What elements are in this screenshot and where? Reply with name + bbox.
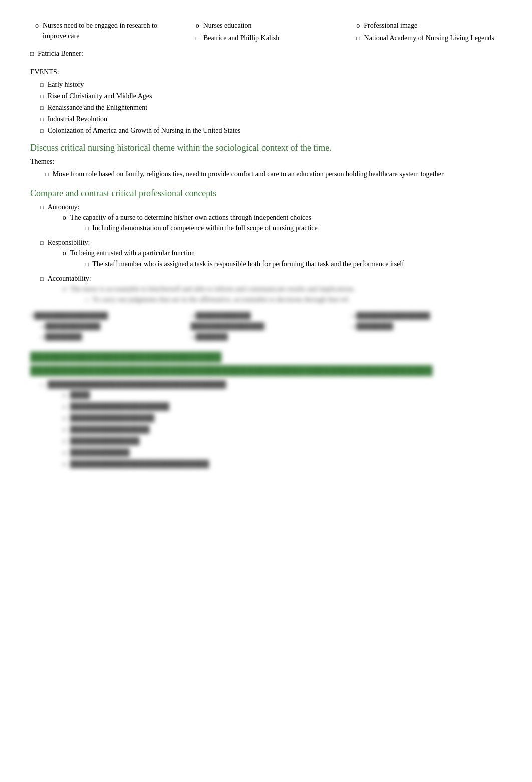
blurred-section3: ██████████████████████████████ █████████…	[30, 350, 502, 470]
responsibility-sub-sub-1: The staff member who is assigned a task …	[85, 258, 502, 269]
patricia-line: Patricia Benner:	[30, 48, 502, 59]
accountability-sub-sub: To carry out judgments that are in the a…	[70, 294, 502, 305]
responsibility-content: Responsibility: To being entrusted with …	[48, 237, 502, 271]
section2-list: Autonomy: The capacity of a nurse to det…	[30, 202, 502, 307]
event-item-3: Renaissance and the Enlightenment	[40, 102, 502, 113]
autonomy-sub-sub: Including demonstration of competence wi…	[70, 223, 502, 233]
col1-bullets: Nurses need to be engaged in research to…	[35, 20, 176, 41]
event-item-1: Early history	[40, 79, 502, 90]
autonomy-sub-sub-1: Including demonstration of competence wi…	[85, 223, 502, 233]
top-columns: Nurses need to be engaged in research to…	[30, 20, 502, 44]
accountability-sub: The nurse is accountable to him/herself …	[48, 284, 502, 306]
patricia-benner-item: Patricia Benner:	[30, 48, 502, 59]
autonomy-content: Autonomy: The capacity of a nurse to det…	[48, 202, 502, 235]
autonomy-sub: The capacity of a nurse to determine his…	[48, 212, 502, 234]
themes-list: Move from role based on family, religiou…	[30, 169, 502, 179]
accountability-item: Accountability: The nurse is accountable…	[40, 273, 502, 307]
blurred-section3-heading: ██████████████████████████████ █████████…	[30, 350, 502, 377]
responsibility-sub-sub: The staff member who is assigned a task …	[70, 258, 502, 269]
col2-bullets: Nurses education	[196, 20, 337, 31]
col3-bullet-1: Professional image	[356, 20, 497, 31]
section2-heading: Compare and contrast critical profession…	[30, 187, 502, 200]
accountability-sub-sub-1: To carry out judgments that are in the a…	[85, 294, 502, 305]
blurred-col-2: o ████████████ ████████████████ o ██████…	[191, 311, 342, 342]
event-item-5: Colonization of America and Growth of Nu…	[40, 125, 502, 136]
event-item-4: Industrial Revolution	[40, 114, 502, 124]
section2: Compare and contrast critical profession…	[30, 187, 502, 307]
col3-sq: National Academy of Nursing Living Legen…	[356, 33, 497, 43]
responsibility-sub-1: To being entrusted with a particular fun…	[63, 248, 502, 270]
accountability-content: Accountability: The nurse is accountable…	[48, 273, 502, 307]
blurred-section3-list: ████████████████████████████████████ ███…	[30, 379, 502, 470]
events-list: Early history Rise of Christianity and M…	[30, 79, 502, 136]
col1-bullet-1: Nurses need to be engaged in research to…	[35, 20, 176, 41]
blurred-s3-item: ████████████████████████████████████ ███…	[40, 379, 502, 470]
responsibility-sub: To being entrusted with a particular fun…	[48, 248, 502, 270]
col3-bullets: Professional image	[356, 20, 497, 31]
responsibility-item: Responsibility: To being entrusted with …	[40, 237, 502, 271]
col3-sq-1: National Academy of Nursing Living Legen…	[356, 33, 497, 43]
col-1: Nurses need to be engaged in research to…	[30, 20, 181, 44]
blurred-col-1: ▪ ████████████████ o ████████████ o ████…	[30, 311, 181, 342]
events-label: EVENTS:	[30, 67, 502, 77]
accountability-sub-1: The nurse is accountable to him/herself …	[63, 284, 502, 306]
page-content: Nurses need to be engaged in research to…	[30, 20, 502, 470]
event-item-2: Rise of Christianity and Middle Ages	[40, 91, 502, 101]
blurred-bottom-cols: ▪ ████████████████ o ████████████ o ████…	[30, 311, 502, 342]
col2-sq-1: Beatrice and Phillip Kalish	[196, 33, 337, 43]
autonomy-item: Autonomy: The capacity of a nurse to det…	[40, 202, 502, 235]
autonomy-sub-1: The capacity of a nurse to determine his…	[63, 212, 502, 234]
theme-item-1: Move from role based on family, religiou…	[45, 169, 502, 179]
col-3: Professional image National Academy of N…	[351, 20, 502, 44]
col2-bullet-1: Nurses education	[196, 20, 337, 31]
themes-label: Themes:	[30, 156, 502, 167]
section1: Discuss critical nursing historical them…	[30, 142, 502, 179]
col2-sq: Beatrice and Phillip Kalish	[196, 33, 337, 43]
blurred-col-3: o ████████████████ o ████████	[351, 311, 502, 342]
events-section: EVENTS: Early history Rise of Christiani…	[30, 67, 502, 136]
section1-heading: Discuss critical nursing historical them…	[30, 142, 502, 154]
col-2: Nurses education Beatrice and Phillip Ka…	[191, 20, 342, 44]
